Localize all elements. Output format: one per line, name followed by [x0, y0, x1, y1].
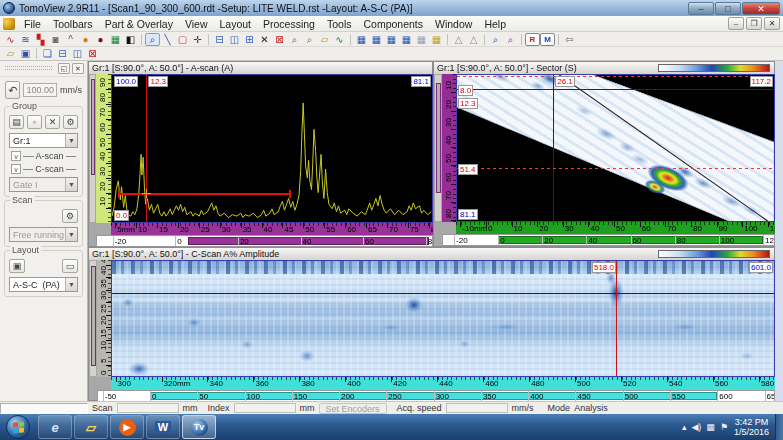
- close-window-icon[interactable]: ⊠: [85, 47, 100, 60]
- menu-layout[interactable]: Layout: [213, 17, 257, 31]
- sector-scan-ruler[interactable]: -10mm0102030405060708090100110: [456, 222, 775, 234]
- menu-help[interactable]: Help: [478, 17, 512, 31]
- close-button[interactable]: ✕: [742, 2, 780, 15]
- group-select[interactable]: Gr:1 ▼: [9, 133, 78, 148]
- menu-window[interactable]: Window: [429, 17, 478, 31]
- camera-icon[interactable]: ◙: [48, 33, 63, 46]
- open-file-icon[interactable]: ▱: [3, 47, 18, 60]
- sector-vertical-scrollbar[interactable]: [434, 74, 442, 222]
- new-layout-button[interactable]: ▣: [9, 259, 25, 273]
- menu-components[interactable]: Components: [357, 17, 429, 31]
- ascan-plot[interactable]: 100.0 12.3 81.1 0.0: [111, 74, 433, 223]
- menu-file[interactable]: File: [18, 17, 47, 31]
- ascan-curve-toggle[interactable]: ∨: [11, 151, 21, 161]
- cscan-scan-cursor[interactable]: [616, 261, 617, 376]
- table-view-3-icon[interactable]: ▦: [384, 33, 399, 46]
- color-palette-icon[interactable]: ▚: [33, 33, 48, 46]
- cscan-plot[interactable]: 518.0 601.0: [111, 260, 775, 377]
- ascan-cursor-line[interactable]: [146, 75, 147, 222]
- probe-wave-icon[interactable]: ∿: [3, 33, 18, 46]
- show-desktop-button[interactable]: [775, 414, 783, 440]
- table-view-5-icon[interactable]: ▦: [414, 33, 429, 46]
- zoom-out-key-icon[interactable]: ⌕: [488, 33, 503, 46]
- menu-tools[interactable]: Tools: [321, 17, 358, 31]
- measure-line-icon[interactable]: ╲: [160, 33, 175, 46]
- add-cursor-icon[interactable]: ✛: [190, 33, 205, 46]
- gate-a-icon[interactable]: △: [451, 33, 466, 46]
- analysis-mode-icon[interactable]: M: [540, 33, 555, 46]
- selection-zone-icon[interactable]: ▢: [175, 33, 190, 46]
- zoom-tool-icon[interactable]: ⌕: [145, 33, 160, 46]
- tray-network-icon[interactable]: ▦: [706, 422, 715, 432]
- group-delete-button[interactable]: ✕: [45, 115, 60, 129]
- split-grid-icon[interactable]: ⊞: [242, 33, 257, 46]
- table-view-4-icon[interactable]: ▦: [399, 33, 414, 46]
- ruler-tool-icon[interactable]: ●: [93, 33, 108, 46]
- sector-view-header[interactable]: Gr:1 [S:90.0°, A: 50.0°] - Sector (S): [434, 62, 774, 74]
- panel-close-button[interactable]: ✕: [72, 63, 84, 74]
- panel-dock-button[interactable]: ◱: [58, 63, 70, 74]
- export-grid-icon[interactable]: ▦: [108, 33, 123, 46]
- sector-depth-ruler[interactable]: 1020304050607080: [442, 74, 456, 222]
- close-view-icon[interactable]: ⊠: [272, 33, 287, 46]
- sector-scan-cursor[interactable]: [553, 75, 554, 221]
- scan-mode-select[interactable]: Free running ▼: [9, 227, 78, 242]
- menu-view[interactable]: View: [179, 17, 214, 31]
- contrast-icon[interactable]: ◧: [123, 33, 138, 46]
- menu-toolbars[interactable]: Toolbars: [47, 17, 99, 31]
- minimize-button[interactable]: –: [688, 2, 714, 15]
- search-document-icon[interactable]: ⌕: [302, 33, 317, 46]
- panel-grip[interactable]: [5, 66, 52, 70]
- cscan-scan-ruler[interactable]: 300320mm34036038040042044046048050052054…: [111, 377, 775, 390]
- split-vertical-icon[interactable]: ◫: [227, 33, 242, 46]
- cscan-pan-bar[interactable]: -500501001502002503003504004505005506006…: [97, 390, 775, 402]
- group-list-button[interactable]: ▤: [9, 115, 24, 129]
- tray-volume-icon[interactable]: ◀): [691, 422, 701, 432]
- back-arrow-icon[interactable]: ⇦: [562, 33, 577, 46]
- taskbar-tomoview-icon[interactable]: Tv: [182, 415, 216, 439]
- zoom-reset-icon[interactable]: ⌕: [287, 33, 302, 46]
- maximize-button[interactable]: □: [715, 2, 741, 15]
- start-button[interactable]: [6, 415, 30, 439]
- sector-plot[interactable]: 26.1 117.2 8.0 12.3 51.4 81.1: [456, 74, 775, 222]
- ascan-view-header[interactable]: Gr:1 [S:90.0°, A: 50.0°] - A-scan (A): [89, 62, 432, 74]
- zoom-in-key-icon[interactable]: ⌕: [503, 33, 518, 46]
- table-view-2-icon[interactable]: ▦: [369, 33, 384, 46]
- ascan-path-ruler[interactable]: 5mm101520253035404550556065707580: [111, 223, 433, 235]
- tray-action-center-flag-icon[interactable]: ⚑: [720, 422, 728, 432]
- ascan-amplitude-ruler[interactable]: 908070605040302010: [96, 74, 111, 223]
- reset-speed-button[interactable]: ↶: [5, 81, 20, 99]
- layout-select[interactable]: A-S-C (PA) ▼: [9, 277, 78, 292]
- sector-top-reference-cursor[interactable]: [457, 76, 774, 77]
- group-add-button[interactable]: ◦: [27, 115, 42, 129]
- taskbar-file-explorer-icon[interactable]: ▱: [74, 415, 108, 439]
- acquisition-mode-icon[interactable]: R: [525, 33, 540, 46]
- menu-part-overlay[interactable]: Part & Overlay: [99, 17, 179, 31]
- table-view-1-icon[interactable]: ▦: [354, 33, 369, 46]
- cscan-curve-toggle[interactable]: ∨: [11, 164, 21, 174]
- caret-tool-icon[interactable]: ^: [63, 33, 78, 46]
- split-horizontal-icon[interactable]: ⊟: [212, 33, 227, 46]
- taskbar-clock[interactable]: 3:42 PM 1/5/2016: [734, 417, 769, 437]
- mdi-restore-button[interactable]: ❐: [746, 17, 762, 30]
- gate-b-icon[interactable]: △: [466, 33, 481, 46]
- fft-icon[interactable]: ≋: [18, 33, 33, 46]
- scan-config-button[interactable]: ⚙: [62, 209, 78, 223]
- speed-field[interactable]: 100.00: [23, 83, 57, 97]
- sector-depth-cursor[interactable]: [457, 89, 774, 90]
- gate-select[interactable]: Gate I ▼: [9, 177, 78, 192]
- waveform-small-icon[interactable]: ∿: [332, 33, 347, 46]
- screen-layout-button[interactable]: ▭: [62, 259, 78, 273]
- cscan-index-cursor[interactable]: [112, 293, 774, 294]
- ascan-pan-bar[interactable]: -20020406080: [96, 235, 433, 247]
- cscan-index-ruler[interactable]: 051015202530354045: [97, 260, 111, 377]
- taskbar-word-icon[interactable]: W: [146, 415, 180, 439]
- open-result-icon[interactable]: ▱: [317, 33, 332, 46]
- delete-view-icon[interactable]: ✕: [257, 33, 272, 46]
- menu-processing[interactable]: Processing: [257, 17, 321, 31]
- cscan-vertical-scrollbar[interactable]: [89, 260, 97, 377]
- cascade-windows-icon[interactable]: ❏: [40, 47, 55, 60]
- taskbar-internet-explorer-icon[interactable]: e: [38, 415, 72, 439]
- tray-show-hidden-icons-icon[interactable]: ▴: [682, 422, 687, 432]
- ascan-vertical-scrollbar[interactable]: [89, 74, 96, 223]
